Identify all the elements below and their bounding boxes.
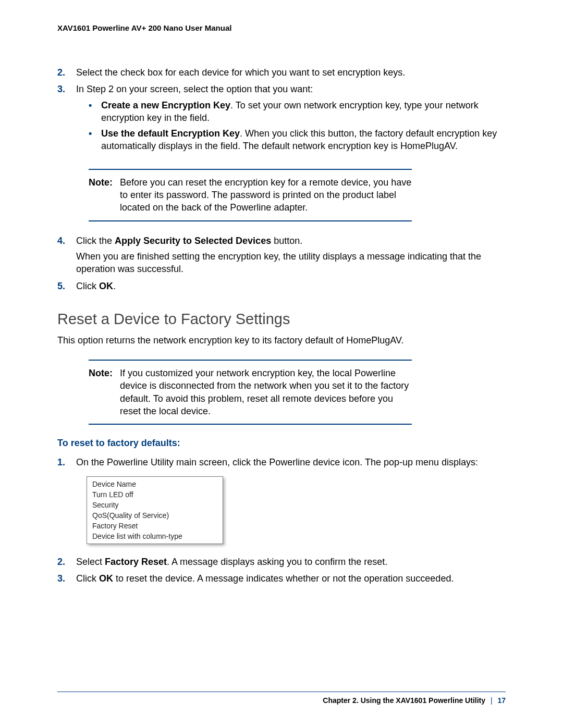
bold-text: Use the default Encryption Key xyxy=(101,128,240,139)
bold-text: Factory Reset xyxy=(105,557,167,567)
step-text: Select the check box for each device for… xyxy=(76,66,506,79)
step-4: 4. Click the Apply Security to Selected … xyxy=(57,235,506,276)
text: to reset the device. A message indicates… xyxy=(113,573,454,584)
step-text: Click OK. xyxy=(76,280,506,292)
section-heading-reset: Reset a Device to Factory Settings xyxy=(57,311,506,328)
note-label: Note: xyxy=(89,367,120,417)
bold-text: OK xyxy=(99,281,113,291)
step-number: 2. xyxy=(57,66,76,79)
text: Click the xyxy=(76,236,115,246)
divider xyxy=(89,220,412,221)
bullet-icon: • xyxy=(89,99,101,125)
sub-bullet-default-key: • Use the default Encryption Key. When y… xyxy=(89,127,506,153)
menu-item-device-name[interactable]: Device Name xyxy=(92,479,217,489)
bold-text: Apply Security to Selected Devices xyxy=(115,236,271,246)
step-number: 2. xyxy=(57,556,76,568)
page: XAV1601 Powerline AV+ 200 Nano User Manu… xyxy=(0,0,563,585)
note-box-2: Note: If you customized your network enc… xyxy=(89,360,412,425)
divider xyxy=(89,360,412,361)
page-footer: Chapter 2. Using the XAV1601 Powerline U… xyxy=(57,692,506,705)
footer-separator: | xyxy=(491,696,493,705)
divider xyxy=(57,692,506,692)
note-box-1: Note: Before you can reset the encryptio… xyxy=(89,169,412,221)
step-number: 1. xyxy=(57,456,76,468)
step-text: Click OK to reset the device. A message … xyxy=(76,572,506,585)
bullet-text: Use the default Encryption Key. When you… xyxy=(101,127,506,153)
footer-page-number: 17 xyxy=(497,696,506,705)
note-label: Note: xyxy=(89,176,120,214)
reset-step-1: 1. On the Powerline Utility main screen,… xyxy=(57,456,506,468)
text: button. xyxy=(271,236,302,246)
step-number: 5. xyxy=(57,280,76,292)
step-number: 4. xyxy=(57,235,76,276)
footer-chapter: Chapter 2. Using the XAV1601 Powerline U… xyxy=(323,696,485,705)
bullet-icon: • xyxy=(89,127,101,153)
popup-menu: Device Name Turn LED off Security QoS(Qu… xyxy=(87,476,223,544)
step-2: 2. Select the check box for each device … xyxy=(57,66,506,79)
note-text: Before you can reset the encryption key … xyxy=(120,176,412,214)
procedure-heading: To reset to factory defaults: xyxy=(57,438,506,449)
note-text: If you customized your network encryptio… xyxy=(120,367,412,417)
step-number: 3. xyxy=(57,572,76,585)
reset-step-3: 3. Click OK to reset the device. A messa… xyxy=(57,572,506,585)
menu-item-turn-led-off[interactable]: Turn LED off xyxy=(92,489,217,500)
section-intro: This option returns the network encrypti… xyxy=(57,334,506,347)
menu-item-qos[interactable]: QoS(Quality of Service) xyxy=(92,510,217,521)
text: In Step 2 on your screen, select the opt… xyxy=(76,84,313,94)
text: Select xyxy=(76,557,105,567)
divider xyxy=(89,169,412,170)
bullet-text: Create a new Encryption Key. To set your… xyxy=(101,99,506,125)
sub-bullet-create-key: • Create a new Encryption Key. To set yo… xyxy=(89,99,506,125)
text: . xyxy=(113,281,116,291)
step-5: 5. Click OK. xyxy=(57,280,506,292)
step-text: Click the Apply Security to Selected Dev… xyxy=(76,235,506,276)
text: When you are finished setting the encryp… xyxy=(76,251,481,274)
step-number: 3. xyxy=(57,83,76,155)
menu-item-security[interactable]: Security xyxy=(92,500,217,510)
menu-item-factory-reset[interactable]: Factory Reset xyxy=(92,521,217,531)
bold-text: OK xyxy=(99,573,113,584)
step-3: 3. In Step 2 on your screen, select the … xyxy=(57,83,506,155)
text: Click xyxy=(76,573,99,584)
menu-item-device-list[interactable]: Device list with column-type xyxy=(92,531,217,541)
step-text: On the Powerline Utility main screen, cl… xyxy=(76,456,506,468)
step-text: Select Factory Reset. A message displays… xyxy=(76,556,506,568)
text: Click xyxy=(76,281,99,291)
document-header: XAV1601 Powerline AV+ 200 Nano User Manu… xyxy=(57,23,506,32)
step-text: In Step 2 on your screen, select the opt… xyxy=(76,83,506,155)
divider xyxy=(89,424,412,425)
text: . A message displays asking you to confi… xyxy=(167,557,387,567)
bold-text: Create a new Encryption Key xyxy=(101,100,230,110)
reset-step-2: 2. Select Factory Reset. A message displ… xyxy=(57,556,506,568)
